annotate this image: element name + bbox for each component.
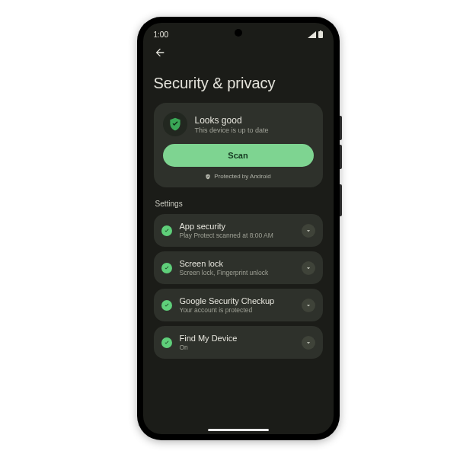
- item-title: Screen lock: [180, 259, 294, 268]
- phone-frame: 1:00 Security & privacy: [137, 17, 340, 440]
- status-icons: [308, 30, 323, 38]
- volume-up-button[interactable]: [340, 116, 342, 140]
- item-texts: App security Play Protect scanned at 8:0…: [180, 222, 294, 239]
- battery-icon: [318, 30, 323, 38]
- status-ok-icon: [161, 225, 172, 236]
- item-title: App security: [180, 222, 294, 231]
- status-shield: [163, 112, 187, 136]
- setting-screen-lock[interactable]: Screen lock Screen lock, Fingerprint unl…: [154, 251, 323, 284]
- item-title: Google Security Checkup: [180, 296, 294, 305]
- status-ok-icon: [161, 263, 172, 273]
- expand-button[interactable]: [302, 299, 315, 312]
- arrow-left-icon: [154, 46, 166, 59]
- protected-label: Protected by Android: [214, 173, 270, 180]
- svg-rect-1: [320, 30, 321, 32]
- item-subtitle: Screen lock, Fingerprint unlock: [180, 269, 294, 276]
- back-button[interactable]: [154, 46, 166, 62]
- shield-icon: [205, 174, 211, 180]
- shield-check-icon: [168, 117, 183, 132]
- content-area: Security & privacy Looks good This devic…: [143, 41, 334, 359]
- item-subtitle: Your account is protected: [180, 306, 294, 314]
- chevron-down-icon: [305, 302, 312, 309]
- volume-down-button[interactable]: [340, 145, 342, 169]
- setting-google-security-checkup[interactable]: Google Security Checkup Your account is …: [154, 289, 323, 321]
- status-texts: Looks good This device is up to date: [195, 115, 269, 134]
- page-title: Security & privacy: [154, 75, 323, 92]
- screen: 1:00 Security & privacy: [143, 23, 334, 434]
- item-subtitle: On: [180, 344, 294, 351]
- nav-gesture-bar[interactable]: [208, 429, 269, 431]
- camera-hole: [235, 29, 242, 37]
- protected-row: Protected by Android: [163, 173, 314, 180]
- check-icon: [164, 302, 170, 308]
- scan-button[interactable]: Scan: [163, 144, 314, 167]
- chevron-down-icon: [305, 264, 312, 272]
- status-ok-icon: [161, 300, 172, 311]
- check-icon: [164, 265, 170, 271]
- status-header: Looks good This device is up to date: [163, 112, 314, 136]
- svg-rect-0: [318, 31, 323, 38]
- expand-button[interactable]: [302, 261, 315, 275]
- status-title: Looks good: [195, 115, 269, 126]
- setting-app-security[interactable]: App security Play Protect scanned at 8:0…: [154, 214, 323, 247]
- item-texts: Find My Device On: [180, 334, 294, 351]
- power-button[interactable]: [340, 184, 342, 216]
- status-time: 1:00: [154, 30, 168, 39]
- check-icon: [164, 340, 170, 346]
- chevron-down-icon: [305, 339, 312, 347]
- settings-section-label: Settings: [155, 200, 321, 208]
- check-icon: [164, 228, 170, 234]
- item-subtitle: Play Protect scanned at 8:00 AM: [180, 232, 294, 239]
- item-texts: Google Security Checkup Your account is …: [180, 296, 294, 314]
- item-texts: Screen lock Screen lock, Fingerprint unl…: [180, 259, 294, 276]
- item-title: Find My Device: [180, 334, 294, 343]
- status-subtitle: This device is up to date: [195, 126, 269, 134]
- security-status-card: Looks good This device is up to date Sca…: [154, 103, 323, 187]
- expand-button[interactable]: [302, 224, 315, 238]
- chevron-down-icon: [305, 227, 312, 235]
- setting-find-my-device[interactable]: Find My Device On: [154, 326, 323, 359]
- expand-button[interactable]: [302, 336, 315, 350]
- status-ok-icon: [161, 337, 172, 348]
- signal-icon: [308, 31, 316, 38]
